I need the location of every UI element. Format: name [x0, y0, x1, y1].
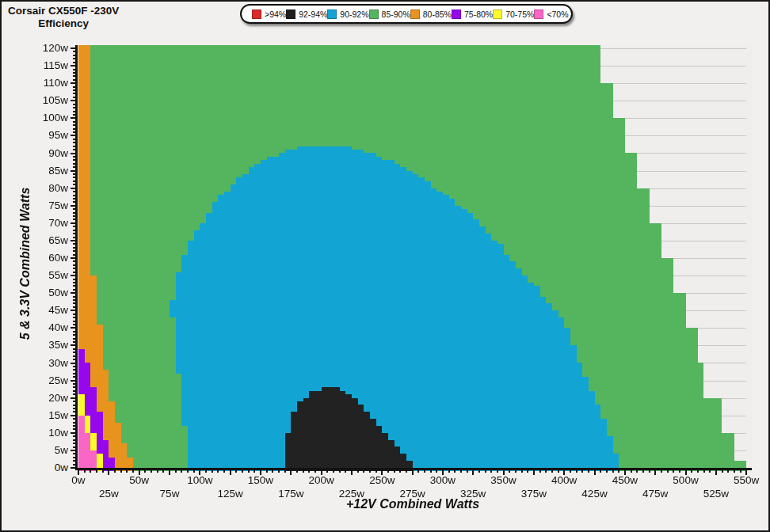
x-axis-minor-tick — [430, 470, 432, 473]
chart-window: Corsair CX550F -230V Efficiency >94%92-9… — [0, 0, 770, 532]
x-axis-minor-tick — [333, 470, 334, 473]
y-axis-minor-tick — [73, 376, 76, 378]
y-axis-minor-tick — [73, 180, 76, 182]
y-axis-major-tick — [71, 48, 76, 49]
x-axis-minor-tick — [667, 470, 669, 473]
x-axis-tick-label: 0w — [53, 474, 104, 486]
x-axis-tick-label: 300w — [417, 474, 468, 486]
y-axis-minor-tick — [73, 201, 76, 203]
y-axis-minor-tick — [73, 166, 76, 168]
x-axis-tick-label: 450w — [600, 474, 650, 486]
y-axis-minor-tick — [73, 352, 76, 353]
y-axis-minor-tick — [73, 264, 76, 266]
x-axis-minor-tick — [181, 470, 182, 473]
y-axis-minor-tick — [73, 163, 76, 165]
y-axis-major-tick — [71, 327, 76, 329]
y-axis-minor-tick — [73, 233, 76, 234]
chart-title-line1: Corsair CX550F -230V — [8, 5, 119, 17]
y-axis-major-tick — [71, 153, 76, 154]
x-axis-major-tick — [715, 470, 717, 475]
x-axis-minor-tick — [691, 470, 692, 473]
y-axis-major-tick — [71, 380, 76, 382]
x-axis-minor-tick — [253, 470, 255, 473]
y-axis-minor-tick — [73, 254, 76, 256]
y-axis-minor-tick — [73, 341, 76, 343]
chart-title: Corsair CX550F -230V Efficiency — [8, 5, 119, 30]
x-axis-major-tick — [412, 470, 414, 475]
x-axis-minor-tick — [114, 470, 116, 473]
x-axis-minor-tick — [242, 470, 243, 473]
y-axis-major-tick — [71, 432, 76, 434]
x-axis-tick-label: 250w — [356, 474, 407, 486]
y-axis-minor-tick — [73, 435, 76, 437]
y-axis-tick-label: 110w — [30, 77, 68, 89]
heatmap-canvas — [78, 45, 752, 471]
x-axis-minor-tick — [363, 470, 364, 473]
y-axis-major-tick — [71, 344, 76, 346]
x-axis-minor-tick — [424, 470, 425, 473]
y-axis-tick-label: 70w — [30, 217, 68, 229]
y-axis-minor-tick — [73, 55, 76, 56]
x-axis-minor-tick — [673, 470, 674, 473]
legend-swatch — [410, 10, 420, 19]
x-axis-major-tick — [290, 470, 292, 475]
y-axis-minor-tick — [73, 425, 76, 427]
y-axis-major-tick — [71, 275, 76, 276]
x-axis-minor-tick — [509, 470, 510, 473]
y-axis-tick-label: 65w — [30, 234, 68, 246]
x-axis-minor-tick — [308, 470, 310, 473]
x-axis-minor-tick — [399, 470, 401, 473]
y-axis-minor-tick — [73, 334, 76, 336]
y-axis-tick-label: 10w — [30, 427, 68, 439]
x-axis-major-tick — [230, 470, 231, 475]
x-axis-minor-tick — [175, 470, 177, 473]
y-axis-minor-tick — [73, 128, 76, 130]
x-axis-tick-label: 525w — [691, 488, 741, 500]
y-axis-tick-label: 85w — [30, 165, 68, 177]
x-axis-tick-label: 350w — [478, 474, 529, 486]
x-axis-minor-tick — [740, 470, 741, 473]
x-axis-minor-tick — [448, 470, 450, 473]
y-axis-minor-tick — [73, 230, 76, 231]
y-axis-tick-label: 5w — [30, 444, 68, 456]
y-axis-major-tick — [71, 363, 76, 364]
x-axis-minor-tick — [205, 470, 207, 473]
y-axis-minor-tick — [73, 306, 76, 308]
y-axis-minor-tick — [73, 331, 76, 332]
x-axis-minor-tick — [485, 470, 486, 473]
x-axis-minor-tick — [588, 470, 589, 473]
y-axis-minor-tick — [73, 149, 76, 150]
x-axis-title: +12V Combined Watts — [294, 497, 532, 511]
y-axis-major-tick — [71, 82, 76, 84]
x-axis-tick-label: 150w — [235, 474, 286, 486]
x-axis-minor-tick — [734, 470, 735, 473]
x-axis-major-tick — [169, 470, 170, 475]
y-axis-minor-tick — [73, 58, 76, 59]
y-axis-tick-label: 115w — [30, 59, 68, 71]
x-axis-minor-tick — [642, 470, 644, 473]
y-axis-minor-tick — [73, 418, 76, 420]
y-axis-major-tick — [71, 257, 76, 259]
y-axis-minor-tick — [73, 97, 76, 98]
x-axis-minor-tick — [144, 470, 146, 473]
x-axis-major-tick — [108, 470, 109, 475]
x-axis-minor-tick — [394, 470, 395, 473]
y-axis-minor-tick — [73, 460, 76, 462]
x-axis-minor-tick — [649, 470, 650, 473]
y-axis-minor-tick — [73, 139, 76, 140]
x-axis-minor-tick — [581, 470, 583, 473]
y-axis-major-tick — [71, 170, 76, 172]
legend-item: 75-80% — [452, 10, 493, 19]
y-axis-minor-tick — [73, 131, 76, 133]
y-axis-minor-tick — [73, 314, 76, 315]
x-axis-minor-tick — [539, 470, 541, 473]
x-axis-minor-tick — [223, 470, 225, 473]
x-axis-minor-tick — [102, 470, 104, 473]
x-axis-minor-tick — [545, 470, 547, 473]
x-axis-tick-label: 550w — [721, 474, 770, 486]
legend-swatch — [534, 10, 543, 19]
y-axis-minor-tick — [73, 191, 76, 192]
x-axis-minor-tick — [90, 470, 91, 473]
x-axis-minor-tick — [478, 470, 480, 473]
x-axis-minor-tick — [212, 470, 213, 473]
